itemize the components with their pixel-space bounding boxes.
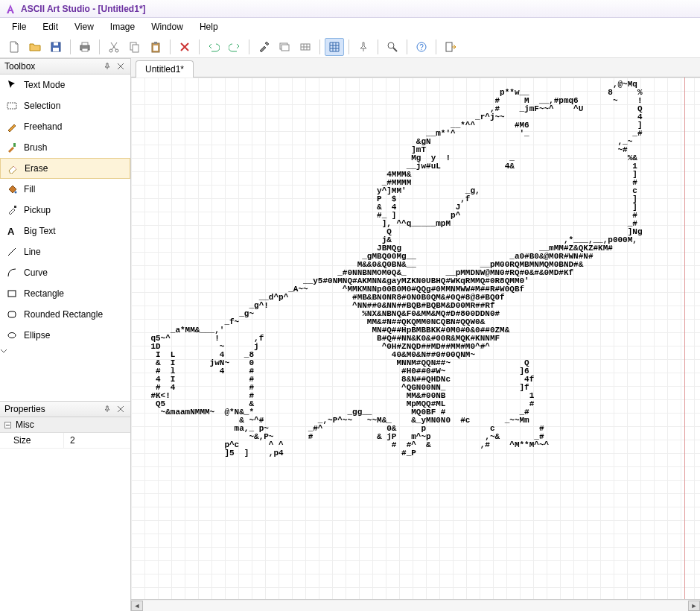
print-button[interactable] [75, 38, 95, 56]
delete-button[interactable] [175, 38, 194, 56]
app-icon [4, 3, 16, 15]
open-button[interactable] [25, 38, 45, 56]
tool-selection[interactable]: Selection [0, 95, 130, 116]
separator [199, 39, 200, 54]
tool-big-text[interactable]: ABig Text [0, 221, 130, 241]
horizontal-scrollbar[interactable]: ◄ ► [131, 599, 700, 611]
tab-untitled1[interactable]: Untitled1* [136, 60, 194, 77]
app-title: ASCII Art Studio - [Untitled1*] [21, 4, 146, 14]
undo-button[interactable] [204, 38, 223, 56]
titlebar: ASCII Art Studio - [Untitled1*] [0, 0, 700, 18]
separator [319, 39, 320, 54]
tool-erase[interactable]: Erase [0, 158, 130, 179]
help-button[interactable]: ? [412, 38, 431, 56]
tool-rounded-rectangle[interactable]: Rounded Rectangle [0, 304, 130, 325]
menu-image[interactable]: Image [103, 19, 142, 34]
svg-rect-30 [8, 291, 16, 297]
redo-button[interactable] [225, 38, 244, 56]
pin-button[interactable] [354, 38, 373, 56]
pin-icon[interactable] [102, 61, 112, 72]
property-name: Size [0, 433, 64, 448]
svg-line-29 [8, 248, 16, 256]
svg-text:?: ? [419, 43, 424, 51]
tool-label: Big Text [24, 226, 55, 236]
tool-freehand[interactable]: Freehand [0, 116, 130, 137]
menu-help[interactable]: Help [192, 19, 226, 34]
tool-ellipse[interactable]: Ellipse [0, 325, 130, 346]
tool-label: Rectangle [24, 288, 64, 299]
property-row[interactable]: Size 2 [0, 433, 130, 449]
svg-rect-23 [446, 42, 452, 51]
scroll-left-icon[interactable]: ◄ [131, 601, 143, 611]
toolbox-header: Toolbox [0, 58, 130, 75]
scroll-track[interactable] [143, 601, 688, 611]
tool-curve[interactable]: Curve [0, 262, 130, 283]
copy-button[interactable] [125, 38, 144, 56]
svg-point-32 [8, 333, 16, 338]
save-button[interactable] [46, 38, 66, 56]
svg-rect-14 [281, 45, 289, 51]
menu-window[interactable]: Window [144, 19, 191, 34]
scroll-right-icon[interactable]: ► [688, 601, 700, 611]
tool-label: Fill [24, 184, 35, 194]
tool-pickup[interactable]: Pickup [0, 200, 130, 221]
tool-brush[interactable]: Brush [0, 137, 130, 158]
toolbox-expand[interactable] [0, 346, 130, 356]
toolbox-title: Toolbox [4, 61, 99, 72]
tool-label: Selection [24, 101, 60, 111]
menu-file[interactable]: File [4, 19, 34, 34]
menu-edit[interactable]: Edit [35, 19, 66, 34]
tool-label: Line [24, 247, 41, 257]
ellipse-icon [6, 329, 18, 341]
toolbox-body: Text ModeSelectionFreehandBrushEraseFill… [0, 75, 130, 401]
palette-button[interactable] [296, 38, 315, 56]
properties-body: Misc Size 2 [0, 417, 130, 611]
separator [378, 39, 378, 54]
pin-icon[interactable] [102, 404, 112, 414]
separator [407, 39, 407, 54]
tabstrip: Untitled1* [131, 58, 700, 77]
svg-point-7 [115, 49, 118, 52]
layers-button[interactable] [275, 38, 294, 56]
ascii-content: ,@~Mq p**w__ 8 % # M __,#pm [131, 77, 700, 599]
menu-view[interactable]: View [67, 19, 101, 34]
svg-text:A: A [7, 226, 15, 236]
new-button[interactable] [4, 38, 24, 56]
svg-rect-24 [7, 103, 16, 109]
select-icon [6, 100, 18, 112]
collapse-icon [4, 422, 11, 428]
close-icon[interactable] [115, 61, 126, 72]
tool-label: Rounded Rectangle [24, 309, 103, 320]
tool-label: Text Mode [24, 80, 65, 90]
separator [349, 39, 349, 54]
line-icon [6, 246, 18, 258]
paste-button[interactable] [146, 38, 165, 56]
cut-button[interactable] [104, 38, 124, 56]
tool-label: Ellipse [24, 330, 50, 341]
cursor-icon [6, 79, 18, 91]
tool-label: Pickup [24, 205, 51, 215]
svg-point-6 [109, 49, 112, 52]
tool-rectangle[interactable]: Rectangle [0, 283, 130, 304]
zoom-button[interactable] [383, 38, 402, 56]
properties-category[interactable]: Misc [0, 417, 130, 433]
grid-button[interactable] [325, 38, 344, 56]
exit-button[interactable] [441, 38, 460, 56]
canvas[interactable]: ,@~Mq p**w__ 8 % # M __,#pm [131, 77, 700, 599]
tool-line[interactable]: Line [0, 241, 130, 262]
properties-header: Properties [0, 401, 130, 417]
tool-label: Freehand [24, 121, 62, 132]
close-icon[interactable] [115, 404, 126, 414]
svg-point-19 [388, 42, 394, 48]
svg-rect-27 [14, 206, 16, 208]
tool-text-mode[interactable]: Text Mode [0, 75, 130, 95]
separator [249, 39, 249, 54]
toolbar: ? [0, 36, 700, 58]
pencil-icon [6, 121, 18, 133]
tools-button[interactable] [254, 38, 273, 56]
separator [99, 39, 100, 54]
tool-fill[interactable]: Fill [0, 179, 130, 200]
separator [436, 39, 436, 54]
svg-rect-1 [54, 42, 58, 45]
property-value[interactable]: 2 [64, 433, 130, 448]
